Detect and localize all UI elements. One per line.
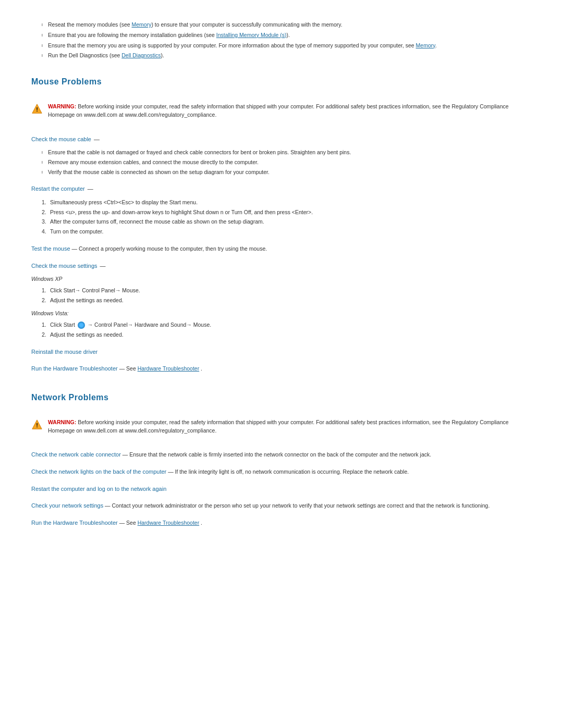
intro-bullet-3: Ensure that the memory you are using is … [42,42,532,50]
check-network-cable-block: Check the network cable connector — Ensu… [31,450,532,459]
warning-label-mouse: WARNING: [48,103,76,109]
check-network-lights-inline: Check the network lights on the back of … [31,467,532,476]
network-run-troubleshooter-link[interactable]: Run the Hardware Troubleshooter [31,520,118,526]
mouse-warning-text: WARNING: Before working inside your comp… [48,103,532,119]
check-mouse-cable-header: Check the mouse cable — [31,135,532,144]
check-network-settings-link[interactable]: Check your network settings [31,502,103,509]
memory-link-1[interactable]: Memory [131,21,151,28]
xp-step-1: Click Start→ Control Panel→ Mouse. [42,287,532,295]
check-network-settings-inline: Check your network settings — Contact yo… [31,501,532,510]
reinstall-driver-block: Reinstall the mouse driver [31,348,532,356]
warning-label-network: WARNING: [48,419,76,425]
mouse-run-troubleshooter-link[interactable]: Run the Hardware Troubleshooter [31,365,118,372]
vista-step-1: Click Start → Control Panel→ Hardware an… [42,321,532,329]
intro-bullet-1: Reseat the memory modules (see Memory) t… [42,21,532,29]
memory-link-2[interactable]: Memory [416,42,435,48]
restart-computer-block: Restart the computer — Simultaneously pr… [31,184,532,236]
svg-text:!: ! [36,106,38,113]
restart-steps: Simultaneously press <Ctrl><Esc> to disp… [31,199,532,236]
restart-computer-link[interactable]: Restart the computer [31,184,85,193]
network-troubleshooter-block: Run the Hardware Troubleshooter — See Ha… [31,519,532,527]
check-network-lights-block: Check the network lights on the back of … [31,467,532,476]
check-network-settings-block: Check your network settings — Contact yo… [31,501,532,510]
restart-step-2: Press <u>, press the up- and down-arrow … [42,208,532,217]
reinstall-driver-header: Reinstall the mouse driver [31,348,532,356]
intro-bullet-2: Ensure that you are following the memory… [42,31,532,40]
mouse-hardware-troubleshooter-link[interactable]: Hardware Troubleshooter [138,365,199,372]
installing-memory-link[interactable]: Installing Memory Module (s) [216,32,287,38]
restart-network-block: Restart the computer and log on to the n… [31,485,532,493]
test-mouse-link[interactable]: Test the mouse [31,245,70,252]
svg-text:!: ! [36,422,38,428]
mouse-warning-box: ! WARNING: Before working inside your co… [31,97,532,125]
check-mouse-cable-block: Check the mouse cable — Ensure that the … [31,135,532,177]
check-cable-bullets: Ensure that the cable is not damaged or … [31,149,532,176]
restart-step-4: Turn on the computer. [42,228,532,236]
windows-vista-label: Windows Vista: [31,310,532,318]
cable-bullet-2: Remove any mouse extension cables, and c… [42,158,532,167]
restart-computer-header: Restart the computer — [31,184,532,193]
test-mouse-block: Test the mouse — Connect a properly work… [31,244,532,253]
restart-network-header: Restart the computer and log on to the n… [31,485,532,493]
restart-network-link[interactable]: Restart the computer and log on to the n… [31,485,166,493]
network-warning-text: WARNING: Before working inside your comp… [48,418,532,435]
mouse-troubleshooter-block: Run the Hardware Troubleshooter — See Ha… [31,364,532,373]
restart-step-1: Simultaneously press <Ctrl><Esc> to disp… [42,199,532,207]
mouse-problems-title: Mouse Problems [31,76,532,88]
cable-bullet-1: Ensure that the cable is not damaged or … [42,149,532,157]
intro-bullet-4: Run the Dell Diagnostics (see Dell Diagn… [42,52,532,60]
check-mouse-settings-header: Check the mouse settings — [31,262,532,270]
network-troubleshooter-inline: Run the Hardware Troubleshooter — See Ha… [31,519,532,527]
check-mouse-settings-block: Check the mouse settings — Windows XP Cl… [31,262,532,339]
check-network-cable-inline: Check the network cable connector — Ensu… [31,450,532,459]
intro-bullets: Reseat the memory modules (see Memory) t… [31,21,532,60]
network-hardware-troubleshooter-link[interactable]: Hardware Troubleshooter [138,520,199,526]
reinstall-driver-link[interactable]: Reinstall the mouse driver [31,348,97,356]
vista-icon [78,322,85,329]
network-problems-title: Network Problems [31,391,532,404]
mouse-troubleshooter-inline: Run the Hardware Troubleshooter — See Ha… [31,364,532,373]
check-network-cable-link[interactable]: Check the network cable connector [31,451,121,458]
dell-diagnostics-link[interactable]: Dell Diagnostics [121,52,161,58]
check-mouse-cable-link[interactable]: Check the mouse cable [31,135,91,144]
xp-step-2: Adjust the settings as needed. [42,297,532,305]
check-network-lights-link[interactable]: Check the network lights on the back of … [31,468,166,475]
network-warning-box: ! WARNING: Before working inside your co… [31,413,532,440]
vista-steps: Click Start → Control Panel→ Hardware an… [31,321,532,339]
network-problems-section: Network Problems ! WARNING: Before worki… [31,391,532,527]
cable-bullet-3: Verify that the mouse cable is connected… [42,168,532,177]
mouse-problems-section: Mouse Problems ! WARNING: Before working… [31,76,532,373]
xp-steps: Click Start→ Control Panel→ Mouse. Adjus… [31,287,532,305]
warning-icon: ! [31,103,43,115]
network-warning-icon: ! [31,419,43,430]
restart-step-3: After the computer turns off, reconnect … [42,218,532,226]
check-mouse-settings-link[interactable]: Check the mouse settings [31,262,97,270]
vista-step-2: Adjust the settings as needed. [42,331,532,339]
test-mouse-inline: Test the mouse — Connect a properly work… [31,244,532,253]
windows-xp-label: Windows XP [31,275,532,283]
